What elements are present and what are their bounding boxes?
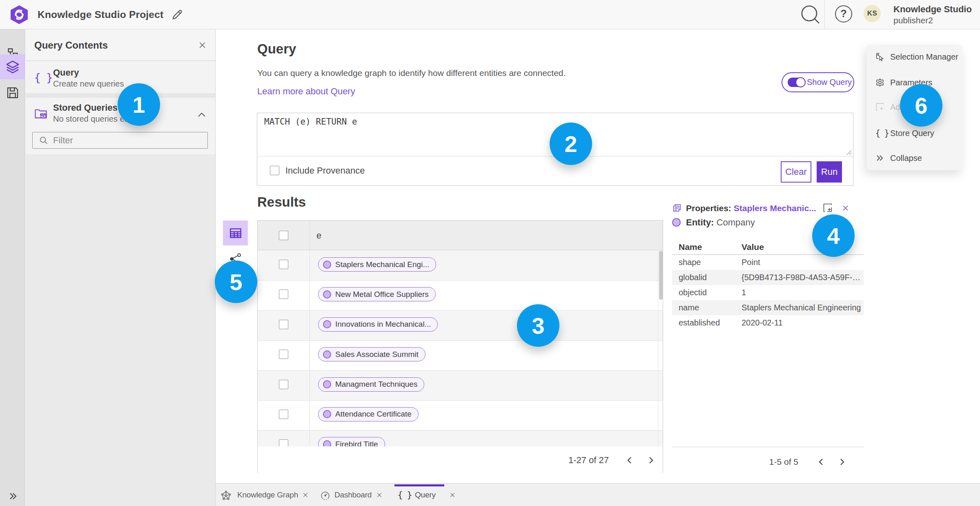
table-row[interactable]: New Metal Office Suppliers (258, 281, 663, 310)
user-role: publisher2 (893, 15, 972, 26)
table-row[interactable]: Firebird Title (258, 430, 663, 446)
entity-pill[interactable]: Innovations in Mechanical... (318, 317, 438, 332)
prev-page-icon[interactable] (626, 456, 634, 464)
prop-rows: shapePoint globalid{5D9B4713-F98D-4A53-A… (672, 255, 864, 330)
results-table-header: e (258, 221, 663, 250)
avatar[interactable]: KS (864, 5, 881, 22)
prop-col-value: Value (742, 239, 764, 254)
prop-row[interactable]: shapePoint (672, 255, 864, 270)
tab-dashboard[interactable]: Dashboard (320, 484, 388, 506)
entity-pill[interactable]: Sales Associate Summit (318, 347, 425, 361)
menu-item-selection-manager[interactable]: Selection Manager (866, 47, 962, 67)
prop-row[interactable]: globalid{5D9B4713-F98D-4A53-A59F-C11... (672, 270, 864, 285)
results-pagination: 1-27 of 27 (258, 447, 663, 474)
next-page-icon[interactable] (647, 456, 655, 464)
results-table: e Staplers Mechanical Engi... New Metal … (257, 220, 663, 474)
scrollbar-thumb[interactable] (659, 251, 663, 300)
row-checkbox[interactable] (279, 439, 288, 446)
gear-icon (875, 78, 885, 87)
include-provenance-checkbox[interactable] (270, 166, 279, 175)
entity-pill[interactable]: Staplers Mechanical Engi... (318, 257, 436, 272)
results-table-body: Staplers Mechanical Engi... New Metal Of… (258, 251, 663, 446)
properties-selected-name[interactable]: Staplers Mechanic... (734, 203, 816, 213)
prop-prev-page-icon[interactable] (817, 458, 825, 466)
entity-pill[interactable]: Attendance Certificate (318, 407, 419, 421)
entity-line: Entity: Company (686, 216, 755, 229)
properties-icon (673, 203, 682, 212)
table-row[interactable]: Innovations in Mechanical... (258, 311, 663, 341)
prop-col-name: Name (679, 239, 702, 254)
help-icon[interactable]: ? (835, 5, 852, 22)
resize-handle-icon[interactable] (846, 149, 852, 155)
results-range: 1-27 of 27 (568, 447, 609, 474)
show-query-label: Show Query (807, 73, 852, 91)
top-bar: Knowledge Studio Project ? KS Knowledge … (0, 0, 980, 29)
entity-dot-icon (323, 350, 331, 359)
close-panel-icon[interactable] (198, 41, 206, 49)
toggle-track[interactable] (788, 78, 805, 87)
row-checkbox[interactable] (279, 260, 288, 269)
entity-dot-icon (323, 290, 331, 299)
bottom-tab-bar: Knowledge Graph Dashboard { } Query (216, 483, 980, 506)
layers-icon[interactable] (0, 54, 25, 79)
panel-header: Query Contents (26, 29, 215, 61)
entity-pill[interactable]: Managment Techniques (318, 377, 424, 392)
selection-manager-icon (875, 52, 885, 62)
close-tab-icon[interactable] (376, 492, 382, 498)
include-provenance-label: Include Provenance (285, 161, 365, 180)
callout-1: 1 (118, 83, 160, 126)
row-checkbox[interactable] (279, 350, 288, 359)
learn-more-link[interactable]: Learn more about Query (257, 86, 355, 97)
row-checkbox[interactable] (279, 320, 288, 329)
prop-row[interactable]: nameStaplers Mechanical Engineering (672, 300, 864, 315)
properties-title: Properties: Staplers Mechanic... (686, 200, 816, 216)
chevron-up-icon[interactable] (198, 112, 206, 117)
panel-title: Query Contents (34, 29, 108, 61)
show-query-toggle[interactable]: Show Query (782, 72, 854, 92)
entity-pill[interactable]: Firebird Title (318, 437, 385, 446)
prop-next-page-icon[interactable] (838, 458, 846, 466)
edit-title-icon[interactable] (171, 9, 183, 21)
tab-query[interactable]: { } Query (397, 484, 459, 506)
save-icon[interactable] (0, 80, 25, 105)
entity-pill[interactable]: New Metal Office Suppliers (318, 287, 436, 301)
close-tab-icon[interactable] (303, 492, 308, 498)
filter-input[interactable] (53, 132, 200, 148)
select-all-checkbox[interactable] (279, 231, 288, 240)
braces-icon: { } (875, 127, 890, 139)
clear-button[interactable]: Clear (781, 161, 811, 183)
query-heading: Query (257, 41, 296, 57)
query-item-subtitle: Create new queries (53, 79, 124, 89)
menu-item-collapse[interactable]: Collapse (866, 148, 962, 168)
query-text[interactable]: MATCH (e) RETURN e (264, 117, 357, 127)
sidebar-item-query[interactable]: { } Query Create new queries (26, 61, 215, 93)
prop-row[interactable]: objectid1 (672, 285, 864, 300)
table-row[interactable]: Managment Techniques (258, 371, 663, 401)
project-title: Knowledge Studio Project (38, 9, 163, 20)
row-checkbox[interactable] (279, 410, 288, 419)
app-logo-icon[interactable] (11, 5, 28, 24)
close-tab-icon[interactable] (450, 492, 455, 498)
table-row[interactable]: Sales Associate Summit (258, 341, 663, 370)
row-checkbox[interactable] (279, 380, 288, 389)
main-content: Query You can query a knowledge graph to… (216, 29, 980, 483)
stored-queries-title: Stored Queries (53, 103, 118, 113)
run-button[interactable]: Run (817, 161, 842, 183)
search-icon[interactable] (800, 4, 821, 25)
close-properties-icon[interactable] (842, 205, 849, 212)
add-to-new-icon[interactable] (822, 203, 833, 213)
expand-strip-icon[interactable] (0, 487, 25, 506)
table-view-button[interactable] (223, 221, 248, 245)
knowledge-studio-app: Knowledge Studio Project ? KS Knowledge … (0, 0, 980, 506)
entity-swatch-icon (672, 218, 681, 227)
add-disabled-icon (875, 102, 885, 112)
menu-item-store-query[interactable]: { } Store Query (866, 123, 962, 143)
entity-dot-icon (323, 380, 331, 388)
table-row[interactable]: Attendance Certificate (258, 401, 663, 430)
row-checkbox[interactable] (279, 290, 288, 299)
prop-pagination-line (672, 447, 864, 447)
prop-row[interactable]: established2020-02-11 (672, 315, 864, 330)
tab-knowledge-graph[interactable]: Knowledge Graph (221, 484, 315, 506)
user-block[interactable]: Knowledge Studio publisher2 (893, 4, 972, 26)
table-row[interactable]: Staplers Mechanical Engi... (258, 251, 663, 281)
